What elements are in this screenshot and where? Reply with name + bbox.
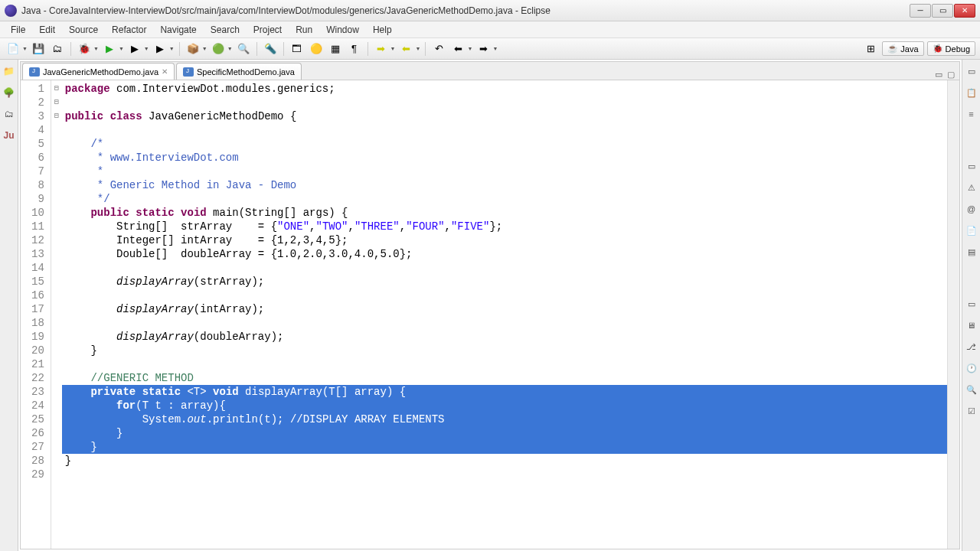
code-line[interactable]: private static <T> void displayArray(T[]… xyxy=(62,385,947,399)
code-line[interactable]: } xyxy=(62,344,947,357)
minimize-button[interactable]: ─ xyxy=(910,4,931,18)
prev-annotation-icon[interactable]: ⬅ xyxy=(398,41,415,57)
code-editor[interactable]: 1234567891011121314151617181920212223242… xyxy=(21,80,959,549)
menu-search[interactable]: Search xyxy=(204,23,246,37)
java-file-icon xyxy=(183,67,194,77)
new-icon[interactable]: 📄 xyxy=(5,41,21,57)
window-controls: ─ ▭ ✕ xyxy=(910,4,975,18)
code-line[interactable]: } xyxy=(62,440,947,454)
code-line[interactable] xyxy=(62,357,947,371)
search-view-icon[interactable]: 🔍 xyxy=(965,383,978,396)
restore3-icon[interactable]: ▭ xyxy=(965,297,978,311)
restore-icon[interactable]: ▭ xyxy=(965,64,978,78)
code-line[interactable] xyxy=(62,316,947,330)
external-tools-icon[interactable]: ▶ xyxy=(152,41,168,57)
last-edit-icon[interactable]: ↶ xyxy=(430,41,447,57)
editor-tab[interactable]: SpecificMethodDemo.java xyxy=(176,63,302,80)
menu-window[interactable]: Window xyxy=(320,23,365,37)
menu-source[interactable]: Source xyxy=(63,23,104,37)
junit-icon[interactable]: Ju xyxy=(2,129,16,142)
code-line[interactable]: public static void main(String[] args) { xyxy=(62,206,947,220)
menu-edit[interactable]: Edit xyxy=(33,23,61,37)
menu-project[interactable]: Project xyxy=(247,23,288,37)
open-type-icon[interactable]: 🔍 xyxy=(235,41,252,57)
navigator-icon[interactable]: 🗂 xyxy=(2,107,16,121)
hierarchy-icon[interactable]: 🌳 xyxy=(2,86,16,99)
code-line[interactable]: for(T t : array){ xyxy=(62,399,947,412)
maximize-button[interactable]: ▭ xyxy=(932,4,953,18)
toggle-breadcrumb-icon[interactable]: 🗔 xyxy=(289,41,305,57)
code-line[interactable] xyxy=(62,123,947,137)
javadoc-icon[interactable]: @ xyxy=(965,202,978,216)
code-line[interactable]: displayArray(strArray); xyxy=(62,275,947,289)
code-line[interactable]: * xyxy=(62,165,947,178)
code-line[interactable]: String[] strArray = {"ONE","TWO","THREE"… xyxy=(62,220,947,233)
restore2-icon[interactable]: ▭ xyxy=(965,159,978,173)
outline-icon[interactable]: ≡ xyxy=(965,107,978,121)
menu-refactor[interactable]: Refactor xyxy=(106,23,152,37)
fold-gutter[interactable]: ⊟⊟⊟ xyxy=(51,80,62,549)
code-line[interactable]: * www.InterviewDot.com xyxy=(62,151,947,165)
git-icon[interactable]: ⎇ xyxy=(965,340,978,354)
search-icon[interactable]: 🔦 xyxy=(262,41,279,57)
forward-icon[interactable]: ➡ xyxy=(475,41,492,57)
maximize-view-icon[interactable]: ▢ xyxy=(947,70,955,80)
code-line[interactable]: //GENERIC METHOD xyxy=(62,371,947,385)
back-icon[interactable]: ⬅ xyxy=(449,41,466,57)
debug-icon[interactable]: 🐞 xyxy=(76,41,93,57)
menu-navigate[interactable]: Navigate xyxy=(154,23,202,37)
code-line[interactable]: Double[] doubleArray = {1.0,2.0,3.0,4.0,… xyxy=(62,247,947,261)
eclipse-icon xyxy=(5,5,17,17)
run-icon[interactable]: ▶ xyxy=(101,41,118,57)
code-line[interactable] xyxy=(62,96,947,109)
java-perspective[interactable]: ☕Java xyxy=(882,41,923,56)
next-annotation-icon[interactable]: ➡ xyxy=(373,41,390,57)
package-explorer-icon[interactable]: 📁 xyxy=(2,64,16,78)
code-line[interactable] xyxy=(62,289,947,302)
block-selection-icon[interactable]: ▦ xyxy=(327,41,344,57)
task-list-icon[interactable]: 📋 xyxy=(965,86,978,99)
new-package-icon[interactable]: 📦 xyxy=(185,41,201,57)
code-line[interactable]: Integer[] intArray = {1,2,3,4,5}; xyxy=(62,233,947,247)
code-line[interactable]: System.out.println(t); //DISPLAY ARRAY E… xyxy=(62,412,947,426)
code-line[interactable]: displayArray(doubleArray); xyxy=(62,330,947,344)
code-line[interactable] xyxy=(62,468,947,481)
debug-perspective[interactable]: 🐞Debug xyxy=(927,41,975,56)
menu-file[interactable]: File xyxy=(5,23,31,37)
open-perspective-icon[interactable]: ⊞ xyxy=(862,41,879,57)
toolbar: 📄▼ 💾 🗂 🐞▼ ▶▼ ▶▼ ▶▼ 📦▼ 🟢▼ 🔍 🔦 🗔 🟡 ▦ ¶ ➡▼ … xyxy=(0,38,980,60)
close-button[interactable]: ✕ xyxy=(954,4,975,18)
code-line[interactable]: /* xyxy=(62,137,947,151)
problems-icon[interactable]: ⚠ xyxy=(965,181,978,194)
code-line[interactable]: package com.InterviewDot.modules.generic… xyxy=(62,82,947,96)
code-line[interactable]: } xyxy=(62,454,947,468)
code-line[interactable] xyxy=(62,261,947,275)
right-trim: ▭ 📋 ≡ ▭ ⚠ @ 📄 ▤ ▭ 🖥 ⎇ 🕐 🔍 ☑ xyxy=(962,60,980,551)
declaration-icon[interactable]: 📄 xyxy=(965,223,978,237)
new-type-icon[interactable]: 🟢 xyxy=(210,41,227,57)
coverage-icon[interactable]: ▶ xyxy=(126,41,143,57)
editor-tabs: JavaGenericMethodDemo.java✕SpecificMetho… xyxy=(21,62,959,80)
servers-icon[interactable]: 🖥 xyxy=(965,318,978,332)
history-icon[interactable]: 🕐 xyxy=(965,361,978,375)
code-line[interactable]: * Generic Method in Java - Demo xyxy=(62,178,947,192)
menu-run[interactable]: Run xyxy=(289,23,318,37)
save-all-icon[interactable]: 🗂 xyxy=(49,41,66,57)
code-line[interactable]: */ xyxy=(62,192,947,206)
code-line[interactable]: public class JavaGenericMethodDemo { xyxy=(62,109,947,123)
editor-area: JavaGenericMethodDemo.java✕SpecificMetho… xyxy=(20,61,960,549)
editor-tab[interactable]: JavaGenericMethodDemo.java✕ xyxy=(22,63,175,80)
show-whitespace-icon[interactable]: ¶ xyxy=(346,41,363,57)
code-line[interactable]: } xyxy=(62,426,947,440)
code-line[interactable]: displayArray(intArray); xyxy=(62,302,947,316)
left-trim: 📁 🌳 🗂 Ju xyxy=(0,60,18,551)
mark-occurrences-icon[interactable]: 🟡 xyxy=(308,41,325,57)
vertical-scrollbar[interactable] xyxy=(947,80,959,549)
tasks-icon[interactable]: ☑ xyxy=(965,404,978,418)
menu-help[interactable]: Help xyxy=(367,23,398,37)
close-tab-icon[interactable]: ✕ xyxy=(162,67,168,76)
console-icon[interactable]: ▤ xyxy=(965,245,978,259)
minimize-view-icon[interactable]: ▭ xyxy=(935,70,942,80)
code-content[interactable]: package com.InterviewDot.modules.generic… xyxy=(62,80,947,549)
save-icon[interactable]: 💾 xyxy=(30,41,47,57)
